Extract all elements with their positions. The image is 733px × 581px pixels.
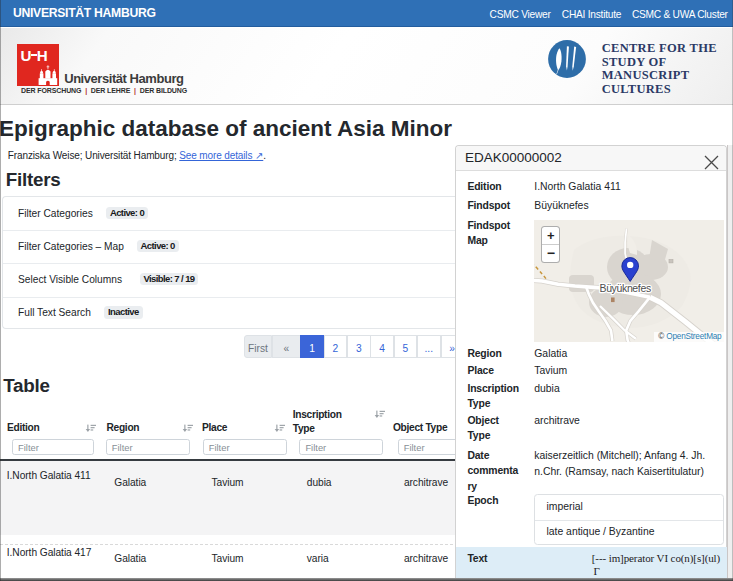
svg-text:Büyüknefes: Büyüknefes xyxy=(600,283,651,294)
